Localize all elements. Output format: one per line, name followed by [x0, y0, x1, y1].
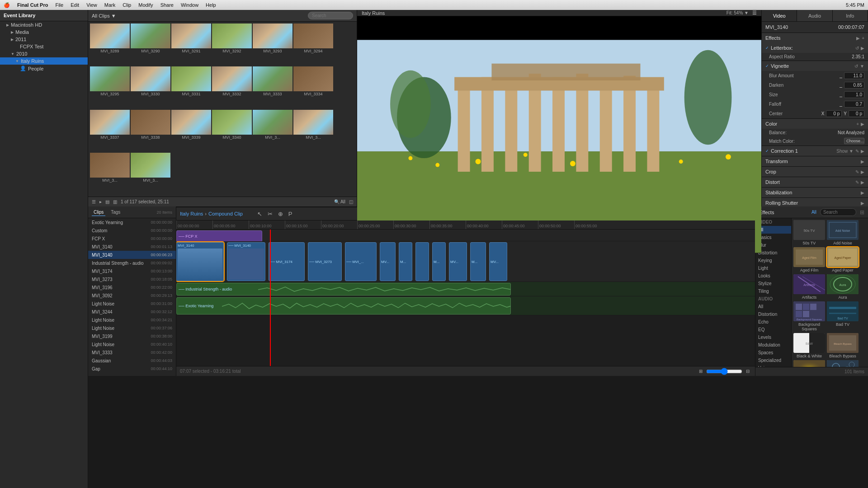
effects-cat-modulation[interactable]: Modulation — [755, 341, 791, 349]
clip-list-item[interactable]: MVI_309200:00:29:13 — [88, 291, 176, 300]
tree-item-media[interactable]: ▶ Media — [0, 28, 88, 36]
falloff-input[interactable] — [844, 101, 864, 108]
track-clip-industrial[interactable]: ── Industrial Strength - audio — [176, 283, 511, 296]
browser-tool-3[interactable]: ▤ — [105, 199, 109, 204]
correction1-edit-button[interactable]: ✎ — [855, 149, 859, 154]
effect-add-noise[interactable]: Add Noise Add Noise — [827, 220, 859, 245]
vignette-reset-button[interactable]: ↺ — [854, 64, 858, 69]
browser-search-input[interactable] — [308, 12, 353, 19]
center-x-input[interactable] — [826, 110, 842, 117]
tree-item-macintosh[interactable]: ▶ Macintosh HD — [0, 21, 88, 28]
clip-list-item-selected[interactable]: MVI_314000:00:06:23 — [88, 251, 176, 259]
effects-cat-levels[interactable]: Levels — [755, 333, 791, 341]
clip-list-item[interactable]: Light Noise00:00:37:06 — [88, 324, 176, 332]
effects-all-label[interactable]: All — [811, 210, 816, 215]
letterbox-reset-button[interactable]: ↺ — [855, 46, 859, 51]
effect-bad-tv[interactable]: Bad TV Bad TV — [827, 301, 859, 331]
breadcrumb-italy-ruins[interactable]: Italy Ruins — [180, 211, 203, 216]
effect-bleach-bypass[interactable]: Bleach Bypass Bleach Bypass — [827, 333, 859, 358]
clip-list-item[interactable]: MVI_327300:00:18:05 — [88, 275, 176, 283]
menu-view[interactable]: View — [86, 2, 97, 8]
timeline-fit-button[interactable]: ⊞ — [697, 368, 704, 375]
clip-thumb[interactable]: MVI_3291 — [171, 23, 211, 66]
stabilization-expand-button[interactable]: ▶ — [861, 190, 864, 195]
effects-cat-stylize[interactable]: Stylize — [755, 280, 791, 287]
track-clip-v4[interactable]: M... — [432, 242, 446, 281]
timeline-appearance-button[interactable]: ⊟ — [744, 368, 751, 375]
effect-artifacts[interactable]: Artifacts Artifacts — [793, 274, 825, 300]
effect-aged-film[interactable]: Aged Film Aged Film — [793, 247, 825, 272]
tree-item-2010[interactable]: ▼ 2010 — [0, 50, 88, 57]
all-clips-label[interactable]: All Clips ▼ — [92, 13, 116, 19]
effects-cat-tiling[interactable]: Tiling — [755, 287, 791, 295]
effects-cat-spaces[interactable]: Spaces — [755, 349, 791, 357]
track-clip-mvi3273[interactable]: ── MVI_3273 — [308, 242, 342, 281]
effects-cat-echo[interactable]: Echo — [755, 318, 791, 326]
clip-list-item[interactable]: Light Noise00:00:40:10 — [88, 340, 176, 348]
menu-window[interactable]: Window — [181, 2, 198, 8]
distort-expand-button[interactable]: ▶ — [861, 180, 864, 185]
distort-edit-button[interactable]: ✎ — [855, 180, 859, 185]
crop-header[interactable]: Crop ✎ ▶ — [762, 167, 868, 177]
inspector-tab-audio[interactable]: Audio — [797, 10, 832, 21]
correction1-more-button[interactable]: ▶ — [861, 149, 864, 154]
breadcrumb-compound-clip[interactable]: Compound Clip — [208, 211, 243, 216]
effects-cat-all-audio[interactable]: All — [755, 303, 791, 310]
effect-black-white[interactable]: B&W Black & White — [793, 333, 825, 358]
clip-thumb[interactable]: MVI_3330 — [131, 66, 170, 108]
clip-thumb[interactable]: MVI_3338 — [131, 110, 170, 152]
effect-background-squares[interactable]: Background Squares Background Squares — [793, 301, 825, 331]
rolling-shutter-expand-button[interactable]: ▶ — [861, 201, 864, 206]
browser-expand-icon[interactable]: ◫ — [349, 199, 353, 204]
timeline-tool-arrow[interactable]: ↖ — [255, 210, 264, 218]
clip-thumb[interactable]: MVI_3289 — [90, 23, 130, 66]
menu-share[interactable]: Share — [160, 2, 174, 8]
stabilization-header[interactable]: Stabilization ▶ — [762, 188, 868, 197]
clip-thumb[interactable]: MVI_3332 — [212, 66, 252, 108]
clip-thumb[interactable]: MVI_3294 — [293, 23, 333, 66]
clip-thumb[interactable]: MVI_3... — [253, 110, 292, 152]
effect-50stv[interactable]: 50s TV 50s TV — [793, 220, 825, 245]
clip-list-item[interactable]: MVI_319600:00:22:00 — [88, 283, 176, 291]
menu-edit[interactable]: Edit — [71, 2, 79, 8]
clip-thumb[interactable]: MVI_3293 — [253, 23, 292, 66]
timeline-tool-blade[interactable]: ✂ — [266, 210, 274, 218]
clip-thumb[interactable]: MVI_3334 — [293, 66, 333, 108]
effects-search-input[interactable] — [820, 208, 856, 216]
clip-thumb[interactable]: MVI_3290 — [131, 23, 170, 66]
clip-list-item[interactable]: Light Noise00:00:31:00 — [88, 300, 176, 308]
clips-tab[interactable]: Clips — [92, 209, 105, 216]
clip-thumb[interactable]: MVI_3339 — [171, 110, 211, 152]
viewer-fit-dropdown[interactable]: Fit: 54% ▼ — [726, 10, 749, 15]
inspector-tab-info[interactable]: Info — [833, 10, 868, 21]
menu-mark[interactable]: Mark — [104, 2, 115, 8]
tree-item-italy-ruins[interactable]: ▼ Italy Ruins — [0, 57, 88, 65]
clip-list-item[interactable]: MVI_333300:00:42:00 — [88, 348, 176, 357]
clip-thumb[interactable]: MVI_3292 — [212, 23, 252, 66]
correction1-header[interactable]: ✓ Correction 1 Show ▼ ✎ ▶ — [762, 146, 868, 156]
browser-tool-2[interactable]: ▸ — [99, 199, 102, 204]
clip-list-item[interactable]: Gaussian00:00:44:03 — [88, 357, 176, 365]
browser-tool-4[interactable]: ▥ — [113, 199, 117, 204]
distort-header[interactable]: Distort ✎ ▶ — [762, 177, 868, 187]
effects-cat-keying[interactable]: Keying — [755, 257, 791, 264]
apple-menu[interactable]: 🍎 — [4, 2, 10, 8]
clip-list-item[interactable]: MVI_319900:00:38:00 — [88, 332, 176, 340]
track-clip-v7[interactable]: MV... — [489, 242, 507, 281]
clip-thumb[interactable]: MVI_3333 — [253, 66, 292, 108]
vignette-header[interactable]: ✓ Vignette ↺ ▼ — [762, 61, 868, 71]
size-input[interactable] — [844, 91, 864, 98]
center-y-input[interactable] — [849, 110, 864, 117]
clip-list-item[interactable]: MVI_324400:00:32:12 — [88, 308, 176, 316]
app-name[interactable]: Final Cut Pro — [17, 2, 48, 8]
crop-expand-button[interactable]: ▶ — [861, 169, 864, 174]
timeline-tool-position[interactable]: P — [287, 210, 294, 218]
track-clip-mvi3174[interactable]: ── MVI_3174 — [269, 242, 305, 281]
tree-item-fcpx-test[interactable]: ▶ FCPX Test — [0, 43, 88, 50]
track-clip-v6[interactable]: M... — [470, 242, 486, 281]
transform-header[interactable]: Transform ▶ — [762, 156, 868, 166]
clip-list-item[interactable]: Custom00:00:00:00 — [88, 226, 176, 235]
vignette-expand-button[interactable]: ▼ — [860, 64, 864, 69]
track-clip-mvi3140b[interactable]: ── MVI_3140 — [227, 242, 265, 281]
letterbox-expand-button[interactable]: ▶ — [861, 46, 864, 51]
